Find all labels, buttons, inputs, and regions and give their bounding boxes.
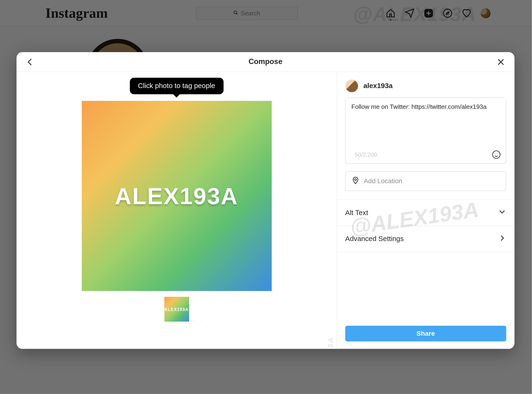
share-button[interactable]: Share: [345, 326, 506, 342]
svg-point-12: [355, 179, 357, 181]
watermark-text: FOLLOW ME ON HTTPS://TWITTER.COM/ALEX193…: [327, 336, 335, 349]
compose-username: alex193a: [363, 82, 393, 90]
modal-header: Compose: [16, 52, 515, 72]
advanced-settings-label: Advanced Settings: [345, 235, 404, 243]
thumbnail[interactable]: ALEX193A: [164, 297, 189, 321]
tag-tooltip: Click photo to tag people: [130, 78, 223, 94]
location-box[interactable]: [345, 171, 506, 191]
compose-user-avatar: [345, 79, 359, 93]
emoji-picker-icon[interactable]: [492, 150, 501, 159]
svg-point-11: [497, 154, 498, 154]
location-input[interactable]: [364, 177, 500, 185]
alt-text-label: Alt Text: [345, 208, 368, 217]
thumbnail-strip: ALEX193A: [164, 297, 189, 321]
back-button[interactable]: [23, 55, 37, 69]
chevron-down-icon: [498, 207, 506, 218]
compose-image[interactable]: ALEX193A: [81, 101, 271, 291]
modal-title: Compose: [248, 57, 283, 66]
compose-user-row: alex193a: [337, 72, 515, 98]
compose-image-pane: Click photo to tag people ALEX193A ALEX1…: [16, 72, 337, 349]
caption-input[interactable]: [346, 98, 506, 148]
close-button[interactable]: [494, 55, 508, 69]
svg-point-10: [495, 154, 496, 154]
compose-image-text: ALEX193A: [115, 182, 238, 209]
caption-char-count: 50/2,200: [355, 151, 377, 158]
compose-details-pane: alex193a 50/2,200: [337, 72, 515, 349]
svg-point-9: [493, 151, 500, 158]
advanced-settings-row[interactable]: Advanced Settings: [337, 226, 515, 252]
caption-box: 50/2,200: [345, 98, 506, 164]
thumbnail-text: ALEX193A: [164, 307, 189, 311]
alt-text-row[interactable]: Alt Text: [337, 199, 515, 226]
compose-modal: Compose Click photo to tag people ALEX19…: [16, 52, 515, 349]
location-pin-icon: [351, 176, 360, 186]
chevron-right-icon: [498, 234, 506, 244]
